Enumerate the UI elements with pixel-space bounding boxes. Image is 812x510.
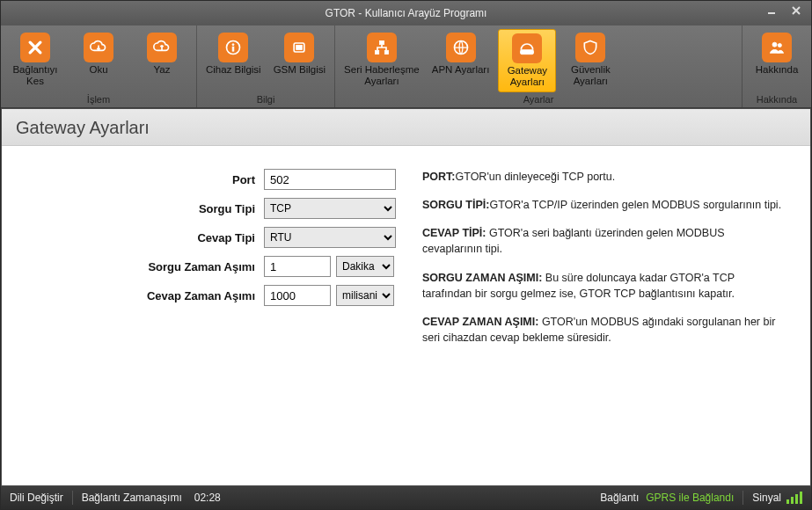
app-window: GTOR - Kullanıcı Arayüz Programı Bağlant… [0, 0, 812, 510]
query-timeout-input[interactable] [264, 256, 331, 277]
ribbon-group-label: Hakkında [748, 92, 806, 107]
response-timeout-input[interactable] [264, 285, 331, 306]
ribbon-group-label: İşlem [6, 92, 191, 107]
ribbon-group-label: Ayarlar [340, 92, 736, 107]
window-title: GTOR - Kullanıcı Arayüz Programı [326, 7, 487, 19]
page-body: Port Sorgu Tipi TCP Cevap Tipi RTU [2, 146, 810, 485]
status-bar: Dili Değiştir Bağlantı Zamanaşımı 02:28 … [1, 486, 811, 509]
svg-point-2 [232, 44, 234, 46]
network-icon [367, 33, 397, 62]
disconnect-button[interactable]: Bağlantıyı Kes [6, 29, 64, 92]
svg-rect-6 [379, 41, 384, 45]
help-query-type-label: SORGU TİPİ: [422, 199, 489, 211]
cloud-download-icon [84, 33, 113, 62]
separator [72, 491, 73, 505]
signal-bars-icon [786, 492, 802, 504]
connection-timeout-value: 02:28 [194, 492, 221, 504]
help-query-timeout-label: SORGU ZAMAN AŞIMI: [422, 272, 542, 284]
apn-settings-button[interactable]: APN Ayarları [428, 29, 494, 92]
svg-rect-5 [296, 46, 303, 50]
query-timeout-unit-select[interactable]: Dakika [336, 256, 394, 277]
cloud-upload-icon [147, 33, 177, 62]
device-info-button[interactable]: Cihaz Bilgisi [202, 29, 265, 92]
svg-rect-0 [768, 12, 775, 14]
svg-rect-7 [375, 50, 378, 54]
gateway-settings-button[interactable]: Gateway Ayarları [498, 29, 556, 92]
globe-icon [446, 33, 476, 62]
ribbon-group-label: Bilgi [202, 92, 329, 107]
port-label: Port [26, 173, 264, 186]
help-response-type-label: CEVAP TİPİ: [422, 227, 486, 239]
help-port-text: GTOR'un dinleyeceği TCP portu. [456, 171, 616, 183]
people-icon [762, 33, 792, 62]
shield-icon [575, 33, 605, 62]
port-input[interactable] [264, 169, 396, 190]
ribbon-toolbar: Bağlantıyı Kes Oku Yaz İşlem Cihaz Bilgi… [1, 26, 811, 108]
connection-label: Bağlantı [600, 492, 639, 504]
connection-timeout-label: Bağlantı Zamanaşımı [82, 492, 182, 504]
signal-label: Sinyal [752, 492, 781, 504]
window-controls [760, 3, 808, 18]
content-area: Gateway Ayarları Port Sorgu Tipi TCP Cev… [1, 108, 811, 486]
gsm-info-button[interactable]: GSM Bilgisi [270, 29, 329, 92]
page-title: Gateway Ayarları [2, 109, 810, 146]
query-type-label: Sorgu Tipi [26, 202, 264, 215]
help-response-timeout-label: CEVAP ZAMAN AŞIMI: [422, 316, 538, 328]
response-timeout-label: Cevap Zaman Aşımı [26, 289, 264, 302]
help-port-label: PORT: [422, 171, 456, 183]
ribbon-group-bilgi: Cihaz Bilgisi GSM Bilgisi Bilgi [197, 26, 335, 107]
title-bar: GTOR - Kullanıcı Arayüz Programı [1, 1, 811, 26]
response-type-select[interactable]: RTU [264, 227, 396, 248]
svg-rect-3 [232, 47, 234, 51]
gateway-icon [512, 33, 542, 63]
about-button[interactable]: Hakkında [748, 29, 806, 92]
ribbon-group-hakkinda: Hakkında Hakkında [743, 26, 811, 107]
query-type-select[interactable]: TCP [264, 198, 396, 219]
info-icon [218, 33, 248, 62]
help-query-type-text: GTOR'a TCP/IP üzerinden gelen MODBUS sor… [489, 199, 781, 211]
change-language-button[interactable]: Dili Değiştir [10, 492, 63, 504]
help-column: PORT:GTOR'un dinleyeceği TCP portu. SORG… [405, 169, 786, 463]
svg-point-12 [778, 43, 781, 47]
svg-rect-10 [521, 50, 534, 55]
response-timeout-unit-select[interactable]: milisani... [336, 285, 394, 306]
close-button[interactable] [785, 3, 808, 18]
connection-status: GPRS ile Bağlandı [646, 492, 734, 504]
minimize-button[interactable] [760, 3, 783, 18]
form-column: Port Sorgu Tipi TCP Cevap Tipi RTU [26, 169, 405, 463]
read-button[interactable]: Oku [69, 29, 128, 92]
close-x-icon [20, 33, 50, 62]
ribbon-group-islem: Bağlantıyı Kes Oku Yaz İşlem [1, 26, 197, 107]
write-button[interactable]: Yaz [133, 29, 191, 92]
svg-point-11 [772, 42, 777, 47]
separator [743, 491, 743, 505]
serial-settings-button[interactable]: Seri Haberleşme Ayarları [340, 29, 423, 92]
ribbon-group-ayarlar: Seri Haberleşme Ayarları APN Ayarları Ga… [335, 26, 743, 107]
security-settings-button[interactable]: Güvenlik Ayarları [561, 29, 619, 92]
query-timeout-label: Sorgu Zaman Aşımı [26, 260, 264, 273]
svg-rect-8 [384, 50, 388, 54]
response-type-label: Cevap Tipi [26, 231, 264, 244]
sim-card-icon [284, 33, 314, 62]
